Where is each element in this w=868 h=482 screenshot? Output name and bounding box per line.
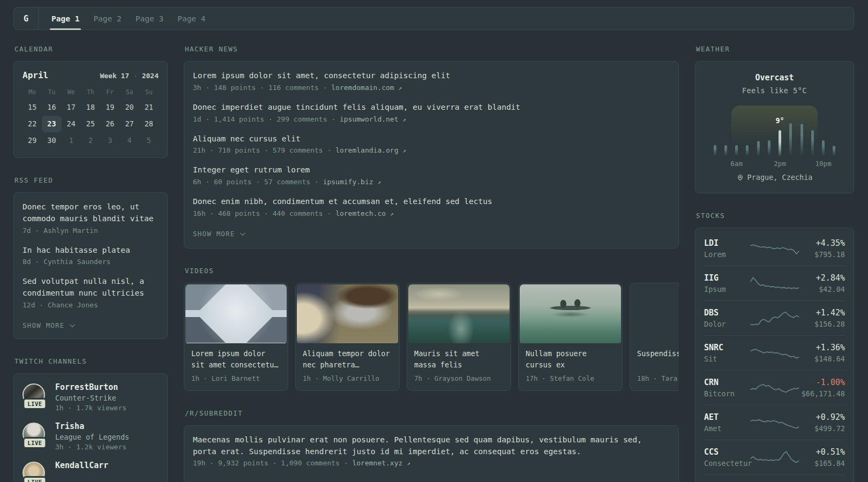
twitch-channel-name[interactable]: KendallCarr — [55, 461, 108, 470]
weather-bar — [724, 145, 727, 156]
stock-row[interactable]: SNRCSit+1.36%$148.64 — [704, 336, 845, 371]
calendar-day: 22 — [23, 116, 42, 132]
hackernews-item: Donec enim nibh, condimentum et accumsan… — [193, 196, 670, 217]
stock-sparkline — [749, 309, 800, 327]
hackernews-item-domain-link[interactable]: loremdomain.com — [331, 84, 394, 92]
weather-hour-label: 2pm — [774, 160, 786, 168]
video-card[interactable]: Lorem ipsum dolor sit amet consectetu…1h… — [184, 283, 288, 391]
middle-column: HACKER NEWS Lorem ipsum dolor sit amet, … — [184, 45, 679, 482]
app-logo[interactable]: G — [14, 7, 39, 29]
twitch-channel-name[interactable]: Trisha — [55, 421, 129, 431]
rss-item-title[interactable]: In hac habitasse platea — [23, 245, 159, 257]
subreddit-post-domain-link[interactable]: loremnet.xyz — [352, 459, 402, 467]
stock-info: LDILorem — [704, 238, 749, 259]
calendar-day: 1 — [62, 132, 81, 149]
stock-row[interactable]: LDILorem+4.35%$795.18 — [704, 231, 845, 266]
tab-page-2[interactable]: Page 2 — [93, 7, 121, 29]
stock-price: $66,171.48 — [800, 389, 845, 398]
video-card[interactable]: Nullam posuere cursus ex17h · Stefan Col… — [518, 283, 623, 391]
video-thumbnail[interactable] — [408, 284, 510, 343]
hackernews-section-label: HACKER NEWS — [185, 45, 679, 55]
hackernews-item-title[interactable]: Lorem ipsum dolor sit amet, consectetur … — [193, 70, 670, 82]
stock-price: $42.04 — [800, 285, 845, 293]
twitch-channel-info: KendallCarr — [55, 461, 108, 470]
video-title[interactable]: Lorem ipsum dolor sit amet consectetu… — [191, 348, 281, 371]
weather-hour-slot — [829, 103, 840, 156]
weekday-label: Th — [81, 88, 100, 96]
hackernews-item: Lorem ipsum dolor sit amet, consectetur … — [193, 70, 670, 92]
stock-change: +1.36% — [800, 343, 845, 352]
video-card[interactable]: Suspendisse diam18h · Tara — [630, 283, 679, 391]
hackernews-item-title[interactable]: Donec imperdiet augue tincidunt felis al… — [193, 102, 670, 114]
twitch-channel-row[interactable]: LIVEForrestBurtonCounter-Strike1h · 1.7k… — [23, 382, 159, 412]
video-title[interactable]: Mauris sit amet massa felis — [414, 348, 504, 371]
stock-info: IIGIpsum — [704, 273, 749, 293]
weather-bar — [811, 130, 814, 156]
subreddit-post-title[interactable]: Maecenas mollis pulvinar erat non posuer… — [193, 434, 670, 458]
twitch-widget: LIVEForrestBurtonCounter-Strike1h · 1.7k… — [13, 373, 168, 482]
twitch-channel-row[interactable]: LIVEKendallCarr — [23, 461, 159, 482]
stock-row[interactable]: CCSConsectetur+0.51%$165.84 — [704, 440, 845, 475]
weather-bar — [735, 145, 738, 156]
calendar-day: 26 — [100, 116, 119, 132]
hackernews-show-more-button[interactable]: SHOW MORE — [193, 230, 244, 238]
stock-change: +0.51% — [800, 447, 845, 457]
tab-page-3[interactable]: Page 3 — [136, 7, 163, 29]
twitch-channel-name[interactable]: ForrestBurton — [55, 382, 126, 392]
calendar-header: April Week 17 · 2024 — [23, 70, 159, 80]
live-badge: LIVE — [23, 476, 47, 482]
hackernews-item-title[interactable]: Integer eget rutrum lorem — [193, 164, 670, 176]
stock-row[interactable]: CRNBitcorn-1.00%$66,171.48 — [704, 371, 845, 405]
calendar-day-grid: 1516171819202122232425262728293012345 — [23, 99, 159, 149]
top-nav: G Page 1Page 2Page 3Page 4 — [13, 7, 854, 30]
rss-item-title[interactable]: Donec tempor eros leo, ut commodo mauris… — [23, 201, 159, 225]
stock-price: $156.28 — [800, 320, 845, 328]
hackernews-item-domain-link[interactable]: loremtech.co — [335, 209, 386, 217]
stock-price: $795.18 — [800, 250, 845, 259]
stock-row[interactable]: AETAmet+0.92%$499.72 — [704, 405, 845, 440]
video-thumbnail[interactable] — [631, 284, 679, 343]
avatar-wrap: LIVE — [23, 421, 47, 445]
hackernews-item-domain-link[interactable]: loremlandia.org — [335, 146, 398, 154]
video-card[interactable]: Mauris sit amet massa felis7h · Grayson … — [407, 283, 511, 391]
hackernews-item-title[interactable]: Aliquam nec cursus elit — [193, 133, 670, 145]
twitch-channel-row[interactable]: LIVETrishaLeague of Legends3h · 1.2k vie… — [23, 421, 159, 451]
external-link-icon: ↗ — [402, 116, 406, 123]
weather-hour-slot — [709, 103, 720, 156]
right-column: WEATHER Overcast Feels like 5°C 6am9°2pm… — [695, 45, 854, 482]
hackernews-item-domain-link[interactable]: ipsumworld.net — [340, 115, 399, 123]
stock-values: +4.35%$795.18 — [800, 238, 845, 259]
video-thumbnail[interactable] — [520, 284, 621, 343]
weather-location: Prague, Czechia — [737, 173, 813, 182]
calendar-day: 24 — [62, 116, 81, 132]
rss-show-more-button[interactable]: SHOW MORE — [23, 321, 73, 329]
hackernews-item-title[interactable]: Donec enim nibh, condimentum et accumsan… — [193, 196, 670, 208]
tab-page-4[interactable]: Page 4 — [177, 7, 205, 29]
stock-row[interactable]: IIGIpsum+2.84%$42.04 — [704, 266, 845, 301]
tab-page-1[interactable]: Page 1 — [51, 7, 79, 29]
video-thumbnail[interactable] — [297, 284, 398, 343]
calendar-day: 27 — [119, 116, 139, 132]
video-title[interactable]: Suspendisse diam — [637, 348, 679, 371]
video-title[interactable]: Nullam posuere cursus ex — [526, 348, 615, 371]
calendar-day: 4 — [119, 132, 139, 149]
hackernews-widget: Lorem ipsum dolor sit amet, consectetur … — [184, 61, 679, 248]
videos-carousel: Lorem ipsum dolor sit amet consectetu…1h… — [184, 283, 679, 391]
weather-hour-slot: 9°2pm — [775, 103, 785, 156]
weekday-label: We — [62, 88, 81, 96]
stock-ticker: LDI — [704, 238, 749, 248]
video-card[interactable]: Aliquam tempor dolor nec pharetra…1h · M… — [295, 283, 400, 391]
weather-hour-label: 6am — [730, 160, 743, 168]
video-thumbnail[interactable] — [185, 284, 287, 343]
stock-row[interactable]: AHS+0.46% — [704, 475, 845, 482]
video-title[interactable]: Aliquam tempor dolor nec pharetra… — [303, 348, 392, 371]
rss-item: Donec tempor eros leo, ut commodo mauris… — [23, 201, 159, 235]
stocks-section-label: STOCKS — [696, 212, 854, 221]
stock-name: Dolor — [704, 320, 749, 328]
stock-values: +1.36%$148.64 — [800, 343, 845, 363]
video-meta: 17h · Stefan Cole — [526, 374, 615, 382]
hackernews-item-domain-link[interactable]: ipsumify.biz — [323, 178, 373, 186]
stock-row[interactable]: DBSDolor+1.42%$156.28 — [704, 301, 845, 336]
rss-item-title[interactable]: Sed volutpat nulla nisl, a condimentum n… — [23, 276, 159, 299]
weather-hour-slot — [742, 103, 753, 156]
